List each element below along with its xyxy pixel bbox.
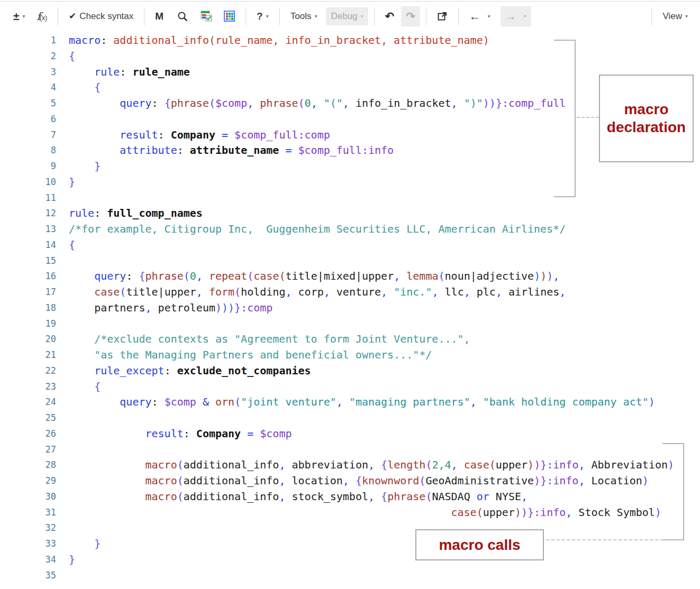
code-line[interactable]: 27 [0,442,674,458]
code-line[interactable]: 3 rule: rule_name [0,65,674,80]
line-number: 32 [0,520,56,536]
color-grid-button[interactable] [219,7,240,25]
chevron-down-icon: ▾ [361,13,363,19]
code-line[interactable]: 26 result: Company = $comp [0,426,674,442]
report-check-button[interactable] [196,7,217,26]
plus-minus-button[interactable]: ± ▾ [8,6,30,26]
code-text: rule: full_comp_names [56,206,203,222]
check-syntax-button[interactable]: ✔ Check syntax [64,7,138,25]
view-button[interactable]: View ▾ [658,7,693,25]
code-line[interactable]: 30 macro(additional_info, stock_symbol, … [0,489,674,505]
code-text: rule_except: exclude_not_companies [56,363,311,379]
code-line[interactable]: 17 case(title|upper, form(holding, corp,… [0,284,674,300]
code-line[interactable]: 11 [0,190,674,206]
code-line[interactable]: 13/*for example, Citigroup Inc, Guggenhe… [0,222,674,237]
chevron-down-icon: ▾ [266,13,269,19]
code-line[interactable]: 8 attribute: attribute_name = $comp_full… [0,143,674,159]
code-line[interactable]: 4 { [0,80,674,96]
line-number: 8 [0,143,56,159]
open-new-window-button[interactable] [432,7,452,25]
code-line[interactable]: 15 [0,253,674,269]
search-button[interactable] [172,7,193,25]
code-line[interactable]: 29 macro(additional_info, location, {kno… [0,473,674,489]
code-text: /*for example, Citigroup Inc, Guggenheim… [56,222,566,237]
code-line[interactable]: 10} [0,174,674,190]
toolbar-divider [279,7,280,25]
code-line[interactable]: 6 [0,112,674,127]
macro-declaration-bracket [575,40,576,197]
back-button[interactable]: ← ▾ [465,6,495,26]
code-text [56,253,69,269]
rule-editor-window: ± ▾ f(x) ✔ Check syntax M [0,0,700,589]
line-number: 30 [0,489,56,505]
function-button[interactable]: f(x) [32,6,52,26]
macro-declaration-bracket-bottom-tick [554,196,576,197]
code-line[interactable]: 33 } [0,536,674,552]
tools-label: Tools [290,11,312,22]
toolbar-divider [246,7,246,25]
debug-label: Debug [331,11,357,22]
code-text [56,520,69,536]
code-line[interactable]: 19 [0,316,674,332]
code-editor[interactable]: 1macro: additional_info(rule_name, info_… [0,33,674,583]
code-line[interactable]: 2{ [0,49,674,65]
line-number: 9 [0,159,56,174]
macro-declaration-bracket-top-tick [554,40,576,41]
code-line[interactable]: 20 /*exclude contexts as "Agreement to f… [0,332,674,347]
code-line[interactable]: 16 query: {phrase(0, repeat(case(title|m… [0,269,674,284]
line-number: 5 [0,96,56,112]
line-number: 21 [0,347,56,363]
code-line[interactable]: 9 } [0,159,674,174]
macro-m-icon: M [155,11,163,22]
code-line[interactable]: 18 partners, petroleum)))}:comp [0,300,674,316]
check-syntax-label: Check syntax [79,11,133,22]
code-text: query: {phrase($comp, phrase(0, "(", inf… [56,96,566,112]
code-line[interactable]: 25 [0,410,674,426]
code-text: attribute: attribute_name = $comp_full:i… [56,143,394,159]
code-line[interactable]: 12rule: full_comp_names [0,206,674,222]
code-text [56,442,69,458]
toolbar-divider [458,7,459,25]
help-icon: ? [257,11,263,22]
undo-button[interactable]: ↶ [380,6,399,26]
macro-button[interactable]: M [150,7,168,26]
code-line[interactable]: 21 "as the Managing Partners and benefic… [0,347,674,363]
code-line[interactable]: 7 result: Company = $comp_full:comp [0,127,674,143]
code-text: case(upper))}:info, Stock Symbol) [56,505,661,521]
code-line[interactable]: 35 [0,568,674,584]
line-number: 18 [0,300,56,316]
chevron-down-icon: ▾ [685,13,688,19]
code-line[interactable]: 23 { [0,379,674,395]
line-number: 16 [0,269,56,284]
code-line[interactable]: 22 rule_except: exclude_not_companies [0,363,674,379]
code-line[interactable]: 5 query: {phrase($comp, phrase(0, "(", i… [0,96,674,112]
code-line[interactable]: 34} [0,552,674,568]
code-text: } [56,536,101,552]
help-button[interactable]: ? ▾ [252,7,274,26]
code-line[interactable]: 14{ [0,237,674,253]
code-text: query: $comp & orn("joint venture", "man… [56,394,655,410]
tools-button[interactable]: Tools ▾ [286,7,322,25]
line-number: 19 [0,316,56,332]
code-line[interactable]: 28 macro(additional_info, abbreviation, … [0,457,674,473]
code-text: { [56,49,75,65]
chevron-down-icon: ▾ [314,13,317,19]
code-text [56,190,69,206]
code-text: } [56,174,75,190]
code-line[interactable]: 32 [0,520,674,536]
line-number: 12 [0,206,56,222]
line-number: 22 [0,363,56,379]
code-line[interactable]: 24 query: $comp & orn("joint venture", "… [0,394,674,410]
line-number: 11 [0,190,56,206]
code-text: { [56,237,75,253]
toolbar-divider [651,7,652,25]
macro-calls-bracket [683,443,684,540]
line-number: 3 [0,65,56,80]
toolbar-divider [58,7,58,25]
macro-calls-connector [546,539,663,540]
report-check-icon [201,11,212,22]
color-grid-icon [224,11,235,22]
code-line[interactable]: 31 case(upper))}:info, Stock Symbol) [0,505,674,521]
line-number: 28 [0,457,56,473]
code-text [56,112,69,127]
